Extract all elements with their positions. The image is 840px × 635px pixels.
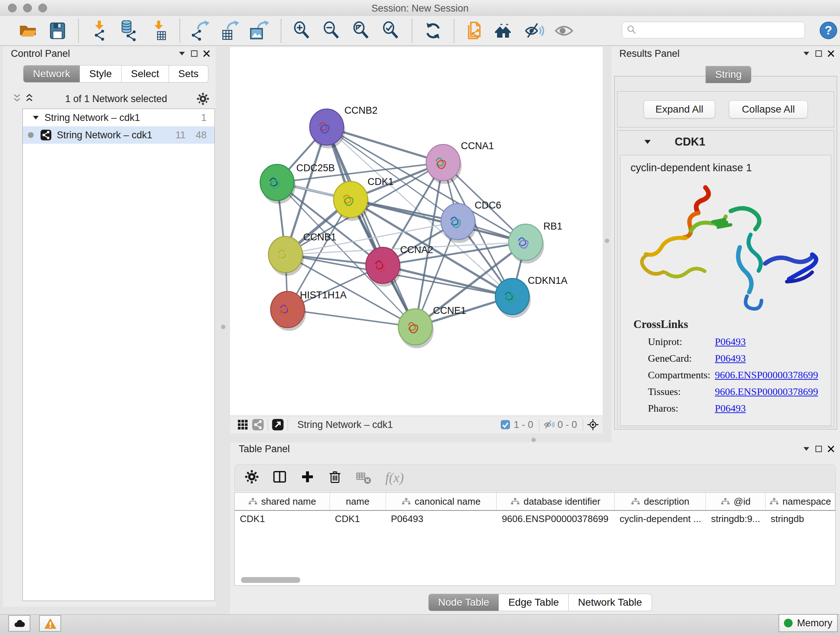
node-table[interactable]: shared namenamecanonical namedatabase id… [234,492,836,586]
network-options-gear-icon[interactable] [197,93,209,104]
column-type-icon [248,497,257,506]
export-network-icon[interactable] [189,19,212,42]
table-cell[interactable]: P06493 [386,511,497,527]
table-cell[interactable]: CDK1 [330,511,386,527]
node-CDKN1A[interactable]: CDKN1A [495,275,568,318]
detach-view-icon[interactable] [272,419,284,430]
network-icon[interactable] [252,419,264,430]
crosslink-link[interactable]: P06493 [715,402,746,414]
crosslink-link[interactable]: P06493 [715,353,746,364]
open-file-icon[interactable] [17,19,39,42]
show-all-icon[interactable] [553,19,575,42]
import-network-database-icon[interactable] [118,19,141,42]
column-header-shared-name[interactable]: shared name [235,493,330,510]
birdseye-toggle-icon[interactable] [587,419,599,430]
column-header-namespace[interactable]: namespace [766,493,835,510]
search-input[interactable] [638,25,798,35]
zoom-out-icon[interactable] [321,19,343,42]
table-row[interactable]: CDK1CDK1P064939606.ENSP00000378699cyclin… [235,511,835,527]
add-column-icon[interactable] [301,470,314,485]
tab-string[interactable]: String [706,66,752,83]
memory-button[interactable]: Memory [778,614,838,632]
node-RB1[interactable]: RB1 [508,221,562,264]
column-header-description[interactable]: description [615,493,706,510]
tab-style[interactable]: Style [80,65,122,82]
table-horizontal-scrollbar[interactable] [241,577,300,583]
warnings-button[interactable] [39,615,61,632]
crosslink-link[interactable]: 9606.ENSP00000378699 [715,386,818,397]
cloud-button[interactable] [8,615,30,632]
import-network-file-icon[interactable] [88,19,111,42]
column-label: shared name [261,496,316,507]
tab-network-table[interactable]: Network Table [569,594,652,611]
export-table-icon[interactable] [219,19,242,42]
table-panel-collapse-icon[interactable] [800,443,813,454]
table-cell[interactable]: cyclin-dependent ... [615,511,706,527]
collapse-all-button[interactable]: Collapse All [729,100,808,119]
expand-all-networks-icon[interactable] [23,93,35,104]
network-tree-child-row[interactable]: String Network – cdk1 11 48 [23,126,215,144]
first-neighbors-icon[interactable] [493,19,516,42]
show-columns-icon[interactable] [272,470,287,486]
node-label-CDKN1A: CDKN1A [528,275,568,286]
search-icon [627,25,638,35]
tab-edge-table[interactable]: Edge Table [499,594,569,611]
table-panel-close-icon[interactable] [825,443,837,454]
column-header-canonical-name[interactable]: canonical name [386,493,497,510]
clone-network-icon[interactable] [464,19,486,42]
table-cell[interactable]: stringdb [766,511,835,527]
table-settings-gear-icon[interactable] [245,470,259,485]
node-CCNA1[interactable]: CCNA1 [426,141,494,184]
selected-checkbox-icon[interactable] [499,419,512,430]
right-splitter-grip[interactable] [605,239,609,243]
window-title: Session: New Session [0,3,840,14]
results-panel-collapse-icon[interactable] [800,48,813,59]
column-header-database-identifier[interactable]: database identifier [497,493,615,510]
birdseye-grid-icon[interactable] [237,419,249,430]
hide-selected-icon[interactable] [523,19,546,42]
refresh-icon[interactable] [422,19,444,42]
node-HIST1H1A[interactable]: HIST1H1A [271,290,347,331]
node-CCNE1[interactable]: CCNE1 [398,305,466,348]
network-tree-root-row[interactable]: String Network – cdk1 1 [23,109,215,126]
export-image-icon[interactable] [249,19,271,42]
control-panel-close-icon[interactable] [201,48,213,59]
save-session-icon[interactable] [46,19,69,42]
tree-expander-icon[interactable] [32,114,39,121]
node-CDC6[interactable]: CDC6 [441,200,501,243]
network-view[interactable]: CCNB2CCNA1CDC25BCDK1CDC6RB1CCNB1CCNA2CDK… [230,47,603,416]
tab-sets[interactable]: Sets [169,65,208,82]
results-panel-float-icon[interactable] [813,48,825,59]
section-expander-icon[interactable] [644,138,652,146]
tab-node-table[interactable]: Node Table [428,594,499,611]
table-cell[interactable]: CDK1 [235,511,330,527]
table-panel-float-icon[interactable] [813,443,825,454]
column-header--id[interactable]: @id [706,493,766,510]
table-cell[interactable]: stringdb:9... [706,511,766,527]
edge-HIST1H1A-CCNE1[interactable] [287,310,415,327]
bottom-splitter-grip[interactable] [531,438,536,442]
results-panel-close-icon[interactable] [825,48,837,59]
delete-table-icon [355,470,371,486]
zoom-in-icon[interactable] [291,19,313,42]
control-panel-float-icon[interactable] [188,48,201,59]
zoom-fit-icon[interactable] [350,19,373,42]
search-box[interactable] [622,22,805,38]
control-panel-title: Control Panel [11,48,70,59]
crosslink-label: Tissues: [648,386,715,397]
control-panel-collapse-icon[interactable] [176,48,188,59]
delete-column-icon[interactable] [328,470,342,485]
tab-network[interactable]: Network [23,65,80,82]
tab-select[interactable]: Select [122,65,169,82]
import-table-file-icon[interactable] [148,19,170,42]
column-header-name[interactable]: name [330,493,386,510]
zoom-selected-icon[interactable] [380,19,402,42]
left-splitter-grip[interactable] [221,325,225,329]
expand-all-button[interactable]: Expand All [644,100,715,119]
crosslink-link[interactable]: 9606.ENSP00000378699 [715,369,818,381]
node-CDK1[interactable]: CDK1 [333,176,393,221]
crosslink-link[interactable]: P06493 [715,336,746,348]
help-button[interactable]: ? [819,21,838,41]
collapse-all-networks-icon[interactable] [11,93,23,104]
table-cell[interactable]: 9606.ENSP00000378699 [497,511,615,527]
